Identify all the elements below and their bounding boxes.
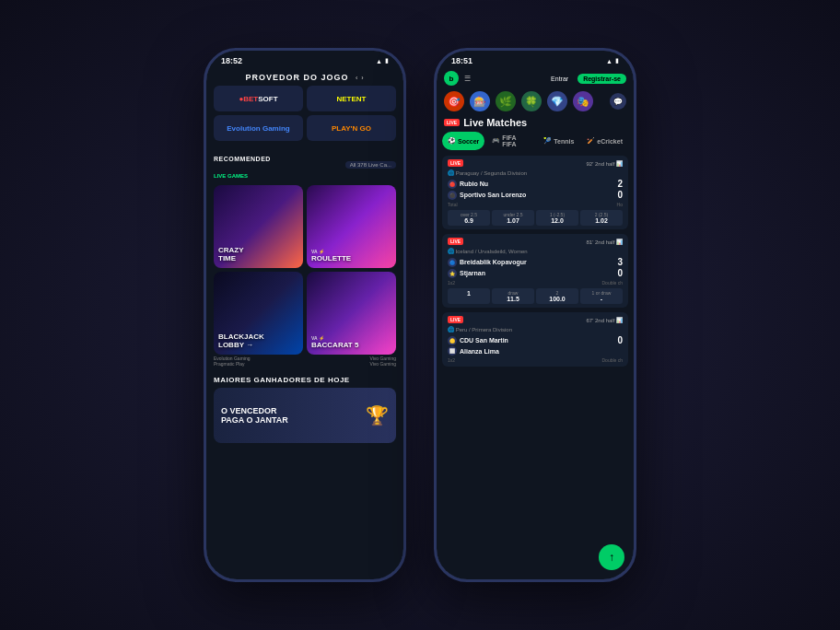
provider-playn[interactable]: PLAY'N GO — [307, 115, 396, 141]
match2-odds-header: 1x2Double ch — [448, 280, 623, 286]
ecricket-label: eCricket — [597, 138, 623, 145]
odd-1[interactable]: 1 — [448, 288, 490, 304]
game-providers-row: Evolution Gaming Vivo Gaming Pragmatic P… — [206, 355, 403, 370]
provider-betsoft[interactable]: ●BETSOFT — [214, 86, 303, 111]
odd-2[interactable]: 2 100.0 — [536, 288, 578, 304]
provider-grid: ●BETSOFT NETENT Evolution Gaming PLAY'N … — [206, 86, 403, 145]
sportivo-name: Sportivo San Lorenzo — [460, 192, 526, 198]
game-icon-1[interactable]: 🎯 — [444, 91, 464, 111]
hamburger-icon[interactable]: ☰ — [464, 75, 471, 83]
sportivo-icon: ⚫ — [448, 191, 457, 200]
tab-tennis[interactable]: 🎾 Tennis — [538, 132, 579, 150]
game-icon-2[interactable]: 🎰 — [470, 91, 490, 111]
cdu-name: CDU San Martin — [460, 337, 508, 344]
blackjack-card[interactable]: BLACKJACKLOBBY → — [214, 272, 303, 355]
provider-netent[interactable]: NETENT — [307, 86, 396, 111]
odd-1-minus25[interactable]: 1 (-2.5) 12.0 — [536, 210, 578, 226]
baccarat-card[interactable]: VA ⚡ BACCARAT 5 — [307, 272, 396, 355]
rubio-score: 2 — [617, 179, 623, 189]
sportivo-score: 0 — [617, 190, 623, 200]
game-icons-row: 🎯 🎰 🌿 🍀 💎 🎭 💬 — [437, 89, 634, 115]
odd-over25[interactable]: over 2.5 6.9 — [448, 210, 490, 226]
odd-under25[interactable]: under 2.5 1.07 — [492, 210, 534, 226]
scene: 18:52 ▲ ▮ PROVEDOR DO JOGO ‹ › ●BETSOFT … — [0, 0, 840, 630]
status-icons-left: ▲ ▮ — [376, 57, 389, 64]
odd-2-25[interactable]: 2 (2.5) 1.02 — [580, 210, 623, 226]
game-icon-4[interactable]: 🍀 — [521, 91, 542, 111]
match1-odds-header: TotalHo — [448, 202, 623, 207]
winners-section: MAIORES GANHADORES DE HOJE O VENCEDORPAG… — [206, 370, 403, 443]
ecricket-icon: 🏏 — [587, 137, 595, 145]
betsoft-label: ●BETSOFT — [239, 95, 277, 103]
live-games-label: LIVE GAMES — [214, 173, 248, 179]
all-games-button[interactable]: All 378 Live Ca... — [345, 161, 396, 169]
crazy-time-card[interactable]: CRAZYTIME — [214, 185, 303, 268]
game-icon-5[interactable]: 💎 — [547, 91, 567, 111]
match-card-3[interactable]: LIVE 67' 2nd half 📊 🌐 Peru / Primera Div… — [442, 312, 628, 367]
game-icon-3[interactable]: 🌿 — [496, 91, 516, 111]
tab-soccer[interactable]: ⚽ Soccer — [442, 132, 484, 150]
breidablik-score: 3 — [617, 257, 623, 267]
registrar-button[interactable]: Registrar-se — [578, 74, 626, 84]
game-icon-6[interactable]: 🎭 — [573, 91, 593, 111]
match-card-2[interactable]: LIVE 81' 2nd half 📊 🌐 Iceland / Urvalsde… — [442, 234, 628, 308]
match1-team2: ⚫ Sportivo San Lorenzo 0 — [448, 190, 623, 200]
logo[interactable]: b — [444, 71, 459, 86]
live-matches-title: Live Matches — [463, 117, 527, 128]
blackjack-title: BLACKJACKLOBBY → — [218, 333, 264, 350]
provider-title: PROVEDOR DO JOGO — [245, 73, 348, 82]
wifi-icon: ▲ — [376, 58, 382, 64]
soccer-icon: ⚽ — [448, 137, 456, 145]
rubio-name: Rubio Nu — [460, 181, 488, 187]
phone-right: 18:51 ▲ ▮ b ☰ Entrar Registrar-se 🎯 🎰 🌿 … — [434, 48, 636, 582]
match1-team1: 🔴 Rubio Nu 2 — [448, 179, 623, 189]
pragmatic-play-label: Pragmatic Play — [214, 361, 305, 367]
odd-1-or-draw[interactable]: 1 or draw - — [580, 288, 623, 304]
chat-icon[interactable]: 💬 — [610, 93, 626, 110]
tennis-icon: 🎾 — [543, 137, 552, 145]
entrar-button[interactable]: Entrar — [545, 74, 574, 84]
match2-odds: 1 draw 11.5 2 100.0 1 or draw - — [448, 288, 623, 304]
trophy-icon: 🏆 — [366, 404, 389, 426]
winner-text: O VENCEDORPAGA O JANTAR — [221, 406, 288, 425]
recommended-label: RECOMMENDED — [214, 156, 271, 162]
tab-fifa[interactable]: 🎮 FIFA FIFA — [486, 132, 536, 150]
match2-live: LIVE — [448, 238, 463, 245]
status-icons-right: ▲ ▮ — [606, 57, 619, 64]
playn-label: PLAY'N GO — [332, 124, 371, 133]
match3-time: 67' 2nd half 📊 — [586, 317, 623, 323]
provider-evolution[interactable]: Evolution Gaming — [214, 115, 303, 141]
match1-league: 🌐 Paraguay / Segunda Division — [448, 169, 623, 176]
odd-draw[interactable]: draw 11.5 — [492, 288, 534, 304]
sport-tabs: ⚽ Soccer 🎮 FIFA FIFA 🎾 Tennis 🏏 eCricket — [437, 132, 634, 154]
match3-league: 🌐 Peru / Primera Division — [448, 326, 623, 332]
match-card-1[interactable]: LIVE 92' 2nd half 📊 🌐 Paraguay / Segunda… — [442, 156, 628, 229]
stjarnan-name: Stjarnan — [460, 270, 485, 276]
soccer-label: Soccer — [458, 138, 479, 145]
vivo-gaming-label-2: Vivo Gaming — [305, 361, 396, 367]
wifi-icon-right: ▲ — [606, 58, 612, 64]
phone-left: 18:52 ▲ ▮ PROVEDOR DO JOGO ‹ › ●BETSOFT … — [204, 48, 406, 582]
time-right: 18:51 — [451, 56, 472, 65]
match2-team2: ⭐ Stjarnan 0 — [448, 268, 623, 278]
match1-live: LIVE — [448, 159, 463, 167]
match3-live: LIVE — [448, 316, 463, 323]
match3-team2: ⬜ Alianza Lima — [448, 346, 623, 356]
alianza-name: Alianza Lima — [460, 348, 499, 355]
nav-bar: b ☰ Entrar Registrar-se — [437, 67, 634, 89]
cdu-icon: 🟡 — [448, 336, 457, 345]
winners-title: MAIORES GANHADORES DE HOJE — [214, 376, 396, 384]
stjarnan-score: 0 — [617, 268, 623, 278]
live-dot: LIVE — [444, 119, 460, 126]
battery-icon-right: ▮ — [615, 57, 619, 64]
provider-header: PROVEDOR DO JOGO ‹ › — [206, 67, 403, 86]
roulette-card[interactable]: VA ⚡ ROULETTE — [307, 185, 396, 268]
breidablik-icon: 🔵 — [448, 258, 457, 267]
rubio-icon: 🔴 — [448, 180, 457, 189]
baccarat-title: BACCARAT 5 — [311, 342, 358, 350]
match2-time: 81' 2nd half 📊 — [586, 239, 623, 245]
tab-ecricket[interactable]: 🏏 eCricket — [581, 132, 628, 150]
match2-team1: 🔵 Breidablik Kopavogur 3 — [448, 257, 623, 267]
scroll-up-button[interactable]: ↑ — [599, 544, 624, 570]
match3-odds-header: 1x2Double ch — [448, 357, 623, 363]
